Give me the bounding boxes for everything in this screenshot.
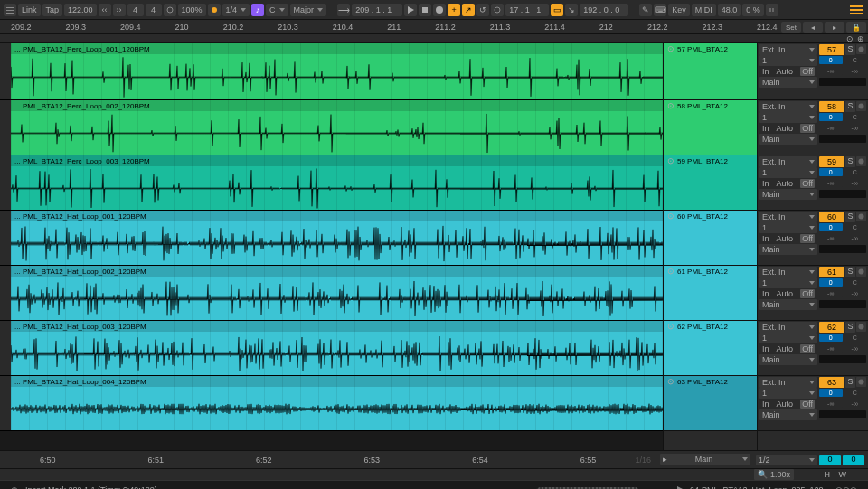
set-button[interactable]: Set [781,22,801,33]
scrollbar-mini[interactable]: ◂ ▸ [533,485,642,490]
track-fold-icon[interactable]: ⊙ [667,322,675,331]
track-gutter[interactable] [0,321,11,375]
vol-inf[interactable]: -∞ [819,344,843,353]
track-activator[interactable]: 60 [819,212,844,222]
arm-button[interactable] [856,101,866,111]
audio-clip[interactable]: ... PML_BTA12_Perc_Loop_001_120BPM [11,43,663,99]
audio-clip[interactable]: ... PML_BTA12_Perc_Loop_002_120BPM [11,100,663,155]
input-type[interactable]: Ext. In [760,322,817,333]
track-gutter[interactable] [0,376,11,430]
stop-button[interactable] [419,4,431,16]
master-out[interactable]: 1/2 [756,455,817,465]
track-fold-icon[interactable]: ⊙ [667,101,675,110]
audio-clip[interactable]: ... PML_BTA12_Hat_Loop_004_120BPM [11,376,663,430]
re-enable-auto[interactable]: ↺ [476,4,489,16]
track-header[interactable]: ⊙59 PML_BTA12 [664,155,757,166]
lock-icon[interactable]: 🔒 [846,22,866,33]
link-button[interactable]: Link [18,4,41,16]
vol-inf[interactable]: -∞ [819,289,843,297]
track-header[interactable]: ⊙57 PML_BTA12 [664,43,757,54]
monitor[interactable]: InAutoOff [760,123,817,134]
arm-button[interactable] [856,44,866,54]
output-routing[interactable]: Main [760,134,817,145]
output-routing[interactable]: Main [760,409,817,420]
track-header[interactable]: ⊙63 PML_BTA12 [664,376,757,387]
hamburger-icon[interactable] [850,4,863,16]
monitor[interactable]: InAutoOff [760,178,817,189]
pan-dial[interactable]: 0 [819,56,843,64]
output-routing[interactable]: Main [760,299,817,310]
vol-inf[interactable]: -∞ [819,234,843,242]
follow-icon[interactable]: ⟶ [337,4,350,16]
pan-dial[interactable]: 0 [819,278,843,287]
track-activator[interactable]: 61 [819,267,844,277]
input-channel[interactable]: 1 [760,277,817,288]
arm-button[interactable] [856,212,866,221]
input-channel[interactable]: 1 [760,333,817,343]
pan-dial[interactable]: 0 [819,113,843,121]
monitor[interactable]: InAutoOff [760,66,817,77]
track-fold-icon[interactable]: ⊙ [667,156,675,165]
punch-in[interactable]: ↘ [565,4,578,16]
solo-button[interactable]: S [845,156,855,167]
track-gutter[interactable] [0,43,11,99]
track-gutter[interactable] [0,211,11,265]
quantize-icon[interactable] [208,4,221,16]
time-sig-num[interactable]: 4 [127,4,144,16]
arm-button[interactable] [856,267,866,277]
track-activator[interactable]: 57 [819,44,844,55]
device-view-icon[interactable]: ◎◎◎ [835,485,857,490]
pan-dial[interactable]: 0 [819,334,843,342]
monitor[interactable]: InAutoOff [760,399,817,409]
track-gutter[interactable] [0,266,11,320]
track-fold-icon[interactable]: ⊙ [667,44,675,53]
input-type[interactable]: Ext. In [760,44,817,55]
audio-clip[interactable]: ... PML_BTA12_Perc_Loop_003_120BPM [11,155,663,210]
key-scale[interactable]: Major [290,4,327,16]
vol-inf[interactable]: -∞ [819,400,843,408]
audio-clip[interactable]: ... PML_BTA12_Hat_Loop_001_120BPM [11,211,663,265]
output-routing[interactable]: Main [760,244,817,255]
pan-dial[interactable]: 0 [819,223,843,231]
solo-button[interactable]: S [845,377,855,388]
input-channel[interactable]: 1 [760,167,817,178]
vol-inf[interactable]: -∞ [819,67,843,75]
capture-midi[interactable] [491,4,504,16]
scale-toggle[interactable]: ♪ [251,4,264,16]
arm-button[interactable] [856,156,866,166]
arrangement-position[interactable]: 209 . 1 . 1 [352,4,402,16]
add-return-icon[interactable]: ⊕ [857,34,864,43]
solo-button[interactable]: S [845,101,855,112]
track-gutter[interactable] [0,155,11,210]
key-map[interactable]: Key [668,4,690,16]
play-button[interactable] [404,4,417,16]
zoom-h[interactable]: H [825,470,831,479]
marker-prev[interactable]: ◂ [803,22,823,33]
track-activator[interactable]: 58 [819,101,844,112]
tempo-nudge-down[interactable]: ‹‹ [99,4,111,16]
vol-inf[interactable]: -∞ [819,179,843,187]
marker-next[interactable]: ▸ [825,22,844,33]
input-type[interactable]: Ext. In [760,377,817,388]
tempo-nudge-up[interactable]: ›› [113,4,126,16]
track-activator[interactable]: 62 [819,322,844,333]
input-channel[interactable]: 1 [760,112,817,123]
monitor[interactable]: InAutoOff [760,233,817,244]
track-activator[interactable]: 63 [819,377,844,388]
record-button[interactable] [433,4,446,16]
track-header[interactable]: ⊙58 PML_BTA12 [664,100,757,111]
zoom-level[interactable]: 🔍 1.00x [754,469,794,480]
track-gutter[interactable] [0,100,11,155]
pan-dial[interactable]: 0 [819,389,843,397]
automation-arm[interactable]: ↗ [462,4,475,16]
pan-dial[interactable]: 0 [819,168,843,176]
track-activator[interactable]: 59 [819,156,844,167]
audio-clip[interactable]: ... PML_BTA12_Hat_Loop_003_120BPM [11,321,663,375]
add-track-icon[interactable]: ⊙ [846,34,854,43]
audio-clip[interactable]: ... PML_BTA12_Hat_Loop_002_120BPM [11,266,663,320]
arm-button[interactable] [856,377,866,387]
overdub-button[interactable]: + [448,4,460,16]
loop-start[interactable]: 17 . 1 . 1 [505,4,549,16]
output-routing[interactable]: Main [760,77,817,88]
input-type[interactable]: Ext. In [760,101,817,112]
